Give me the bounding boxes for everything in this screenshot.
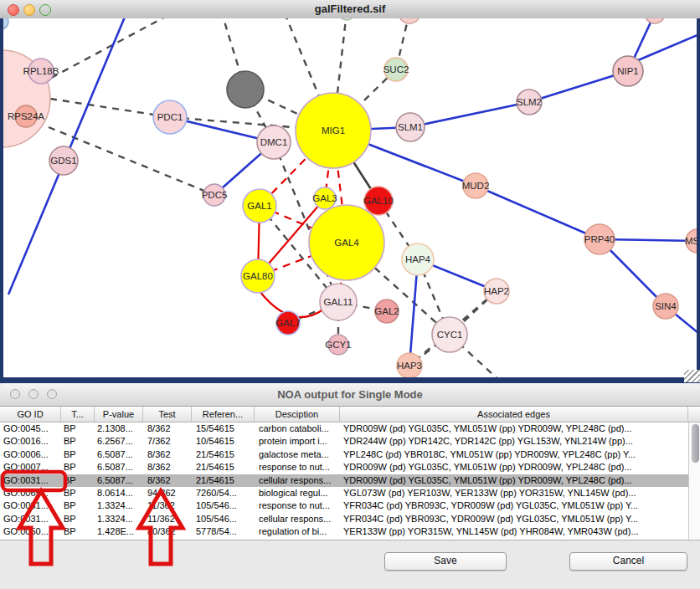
table-row[interactable]: GO:0045...BP2.1308...8/36215/54615carbon… <box>0 423 688 435</box>
node-label-GAL2: GAL2 <box>374 306 399 316</box>
edge-off-PDC1[interactable] <box>50 99 170 117</box>
node-label-HAP2: HAP2 <box>484 286 509 296</box>
table-cell: 6.5087... <box>97 474 141 487</box>
edge-off-off[interactable] <box>40 18 172 84</box>
table-cell: 1.428E... <box>97 525 141 538</box>
node-label-GAL3: GAL3 <box>312 193 337 203</box>
table-body: GO:0045...BP2.1308...8/36215/54615carbon… <box>0 423 700 540</box>
noa-footer: Save Cancel <box>0 540 700 589</box>
node-label-PDC1: PDC1 <box>157 112 183 122</box>
node-label-GAL10: GAL10 <box>363 196 394 206</box>
column-header-go-id[interactable]: GO ID <box>0 407 61 422</box>
node-label-RPS24A: RPS24A <box>8 111 44 121</box>
table-row[interactable]: GO:0007...BP6.5087...8/36221/54615respon… <box>0 461 688 474</box>
node-label-MUD2: MUD2 <box>462 181 490 191</box>
node-label-GDS1: GDS1 <box>50 156 76 166</box>
table-cell: response to nut... <box>259 499 338 512</box>
node-TOPPINK2[interactable] <box>645 18 665 23</box>
node-label-GCY1: GCY1 <box>325 340 351 350</box>
table-cell: GO:0007... <box>3 461 59 474</box>
save-button[interactable]: Save <box>384 552 507 571</box>
table-cell: 1.3324... <box>97 513 141 525</box>
table-cell: BP <box>64 474 92 487</box>
table-cell: 1.3324... <box>97 499 141 512</box>
vertical-scrollbar[interactable] <box>688 423 700 540</box>
table-row[interactable]: GO:0016...BP6.2567...7/36210/54615protei… <box>0 435 688 448</box>
node-label-MIG1: MIG1 <box>322 125 345 136</box>
table-cell: regulation of bi... <box>259 525 338 538</box>
table-row[interactable]: GO:0065...BP8.0614...94/3627260/54...bio… <box>0 487 688 499</box>
cancel-button[interactable]: Cancel <box>569 552 687 571</box>
noa-window-titlebar[interactable]: NOA output for Single Mode <box>0 383 700 407</box>
edge-MUD2-PRP40[interactable] <box>476 186 600 239</box>
table-cell: 80/362 <box>147 525 189 538</box>
table-cell: 8/362 <box>147 461 189 474</box>
noa-window: NOA output for Single Mode GO IDT...P-va… <box>0 383 700 589</box>
table-cell: YDR009W (pd) YGL035C, YML051W (pp) YDR00… <box>343 474 687 487</box>
table-cell: GO:0045... <box>3 423 59 435</box>
table-cell: 6.5087... <box>97 461 141 474</box>
table-cell: 21/54615 <box>196 474 253 487</box>
node-label-PDC5: PDC5 <box>202 190 228 200</box>
table-row[interactable]: GO:0006...BP6.5087...8/36221/54615galact… <box>0 448 688 461</box>
network-canvas[interactable]: RPL18BRPS24AGDS1PDC1PDC5DMC1MIG1SLM1SUC2… <box>0 18 700 378</box>
table-cell: protein import i... <box>259 435 338 448</box>
table-cell: 8/362 <box>147 423 189 435</box>
node-label-SUC2: SUC2 <box>383 64 409 74</box>
table-cell: 11/362 <box>147 513 189 525</box>
table-cell: BP <box>64 513 92 525</box>
table-cell: 10/54615 <box>196 435 253 448</box>
column-header-t-[interactable]: T... <box>61 407 95 422</box>
resize-grip-icon[interactable] <box>684 370 700 382</box>
canvas-border-right <box>697 18 700 383</box>
table-cell: GO:0016... <box>3 435 59 448</box>
noa-window-title: NOA output for Single Mode <box>0 383 700 407</box>
table-cell: YDR244W (pp) YDR142C, YDR142C (pp) YGL15… <box>343 435 687 448</box>
network-window-title: galFiltered.sif <box>0 0 700 18</box>
node-TOPGREEN[interactable] <box>338 18 355 20</box>
table-row[interactable]: GO:0050...BP1.428E...80/3625778/54...reg… <box>0 525 688 538</box>
table-cell: YER133W (pp) YOR315W, YNL145W (pd) YHR08… <box>343 525 687 538</box>
table-cell: GO:0006... <box>3 448 59 461</box>
table-cell: 5778/54... <box>196 525 253 538</box>
column-header-referen-[interactable]: Referen... <box>192 407 255 422</box>
table-cell: BP <box>64 499 92 512</box>
node-label-NIP1: NIP1 <box>617 66 639 76</box>
column-header-desciption[interactable]: Desciption <box>255 407 340 422</box>
table-cell: BP <box>64 435 92 448</box>
node-label-GAL4: GAL4 <box>334 238 359 248</box>
table-cell: BP <box>64 423 92 435</box>
table-row[interactable]: GO:0031...BP1.3324...11/362105/546...cel… <box>0 513 688 525</box>
table-cell: response to nut... <box>259 461 338 474</box>
table-cell: BP <box>64 448 92 461</box>
table-row[interactable]: GO:0031...BP6.5087...8/36221/54615cellul… <box>0 474 688 487</box>
column-header-associated-edges[interactable]: Associated edges <box>340 407 688 422</box>
node-label-GAL7: GAL7 <box>275 318 300 328</box>
table-cell: GO:0031... <box>3 474 59 487</box>
node-label-PRP40: PRP40 <box>584 234 615 244</box>
node-label-GAL80: GAL80 <box>243 271 273 281</box>
node-TOPPINK1[interactable] <box>399 18 420 23</box>
table-cell: YPL248C (pd) YBR018C, YML051W (pp) YDR00… <box>343 448 687 461</box>
column-header-test[interactable]: Test <box>143 407 192 422</box>
table-header[interactable]: GO IDT...P-valueTestReferen...Desciption… <box>0 407 700 423</box>
table-cell: GO:0050... <box>3 525 59 538</box>
column-header-p-value[interactable]: P-value <box>95 407 143 422</box>
network-window-titlebar[interactable]: galFiltered.sif <box>0 0 700 19</box>
node-label-HAP3: HAP3 <box>397 361 422 371</box>
edge-SLM1-SLM2[interactable] <box>410 102 529 127</box>
table-cell: 15/54615 <box>196 423 253 435</box>
table-cell: biological regul... <box>259 487 338 499</box>
scrollbar-thumb[interactable] <box>692 424 699 463</box>
table-cell: YFR034C (pd) YBR093C, YDR009W (pd) YGL03… <box>343 499 687 512</box>
edge-off-off[interactable] <box>638 32 700 60</box>
table-cell: 2.1308... <box>97 423 141 435</box>
node-GRAY1[interactable] <box>227 71 264 108</box>
table-cell: BP <box>64 461 92 474</box>
table-cell: cellular respons... <box>259 513 338 525</box>
node-label-GAL1: GAL1 <box>247 201 271 211</box>
table-row[interactable]: GO:0031...BP1.3324...11/362105/546...res… <box>0 499 688 512</box>
table-cell: cellular respons... <box>259 474 338 487</box>
table-cell: 8/362 <box>147 448 189 461</box>
table-cell: galactose meta... <box>259 448 338 461</box>
